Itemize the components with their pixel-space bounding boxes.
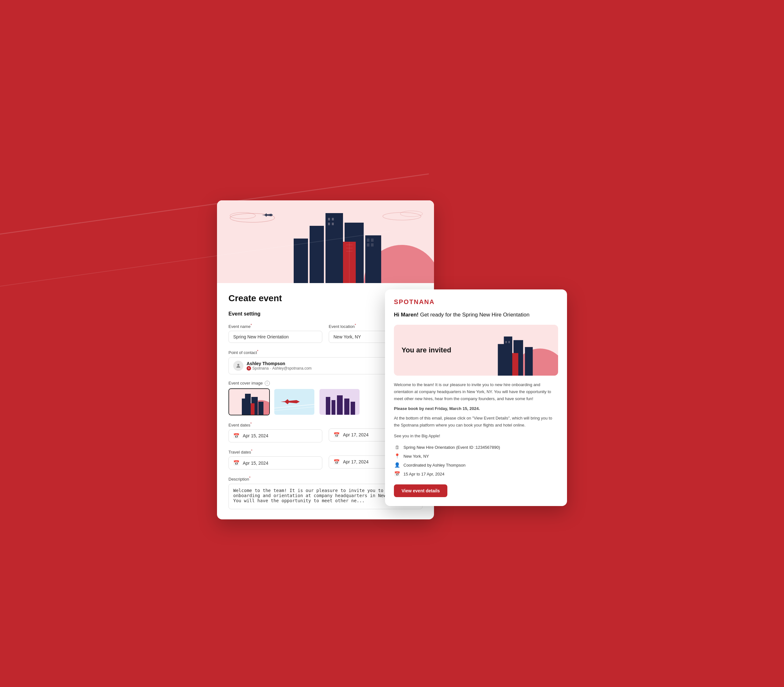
cover-image-city2[interactable] <box>319 388 360 415</box>
email-body-p2: Please book by next Friday, March 15, 20… <box>394 406 558 411</box>
detail-row-event: 🗓 Spring New Hire Orientation (Event ID … <box>394 445 558 450</box>
event-dates-group: Event dates* 📅 Apr 15, 2024 <box>229 422 322 442</box>
svg-rect-42 <box>504 337 512 376</box>
contact-avatar-icon <box>233 361 244 371</box>
event-dates-label: Event dates* <box>229 422 322 427</box>
email-body-p3: At the bottom of this email, please clic… <box>394 415 558 429</box>
detail-coordinator-text: Coordinated by Ashley Thompson <box>404 463 466 468</box>
svg-rect-43 <box>498 344 505 375</box>
travel-dates-label: Travel dates* <box>229 449 322 455</box>
svg-rect-38 <box>337 395 343 415</box>
page-container: Create event Event setting Event name* E… <box>217 201 567 486</box>
svg-rect-10 <box>294 238 308 283</box>
contact-left: Ashley Thompson S Spotnana · Ashley@spot… <box>233 361 311 371</box>
svg-rect-30 <box>259 402 264 415</box>
greeting-name: Hi Maren! <box>394 312 418 318</box>
view-event-details-button[interactable]: View event details <box>394 485 447 497</box>
svg-rect-7 <box>310 226 324 283</box>
coordinator-detail-icon: 👤 <box>394 462 400 468</box>
svg-rect-39 <box>344 399 349 415</box>
svg-point-24 <box>237 364 239 366</box>
svg-rect-21 <box>371 238 374 242</box>
travel-start-date-input[interactable]: 📅 Apr 15, 2024 <box>229 457 322 470</box>
detail-event-text: Spring New Hire Orientation (Event ID :1… <box>404 445 500 450</box>
event-name-group: Event name* <box>229 323 322 343</box>
svg-rect-48 <box>509 341 510 343</box>
spotnana-badge: S <box>247 366 251 371</box>
email-preview-card: SPOTNANA Hi Maren! Get ready for the Spr… <box>385 289 567 506</box>
svg-rect-31 <box>251 403 255 415</box>
greeting-text: Get ready for the Spring New Hire Orient… <box>418 312 529 318</box>
contact-info: Ashley Thompson S Spotnana · Ashley@spot… <box>247 361 311 371</box>
svg-rect-14 <box>328 223 330 225</box>
svg-rect-12 <box>328 218 330 220</box>
info-icon: i <box>265 381 270 386</box>
card-hero-image <box>217 201 434 283</box>
svg-rect-28 <box>242 399 247 415</box>
event-detail-icon: 🗓 <box>394 445 400 450</box>
event-name-label: Event name* <box>229 323 322 329</box>
svg-rect-40 <box>351 402 355 415</box>
dates-detail-icon: 📅 <box>394 471 400 477</box>
email-greeting: Hi Maren! Get ready for the Spring New H… <box>394 311 558 319</box>
event-name-input[interactable] <box>229 331 322 343</box>
svg-rect-9 <box>365 235 381 283</box>
svg-rect-45 <box>525 347 533 376</box>
travel-cal-end-icon: 📅 <box>333 459 340 465</box>
svg-rect-15 <box>332 223 334 225</box>
detail-row-coordinator: 👤 Coordinated by Ashley Thompson <box>394 462 558 468</box>
contact-subline: S Spotnana · Ashley@spotnana.com <box>247 366 311 371</box>
svg-rect-22 <box>367 243 369 247</box>
svg-rect-47 <box>505 341 507 343</box>
spotnana-logo: SPOTNANA <box>394 298 558 306</box>
cover-image-city1[interactable] <box>229 388 270 415</box>
svg-rect-46 <box>512 353 518 376</box>
travel-dates-group: Travel dates* 📅 Apr 15, 2024 <box>229 449 322 470</box>
detail-row-dates: 📅 15 Apr to 17 Apr, 2024 <box>394 471 558 477</box>
location-detail-icon: 📍 <box>394 453 400 459</box>
svg-rect-36 <box>326 397 330 415</box>
contact-name: Ashley Thompson <box>247 361 311 366</box>
event-start-date-input[interactable]: 📅 Apr 15, 2024 <box>229 429 322 442</box>
hero-invite-text: You are invited <box>402 346 451 354</box>
svg-rect-37 <box>331 400 335 415</box>
cover-image-airplane[interactable] <box>273 388 315 415</box>
calendar-icon-start: 📅 <box>233 433 240 439</box>
calendar-icon-end: 📅 <box>333 432 340 438</box>
email-details-section: 🗓 Spring New Hire Orientation (Event ID … <box>394 445 558 477</box>
detail-location-text: New York, NY <box>404 454 429 459</box>
detail-row-location: 📍 New York, NY <box>394 453 558 459</box>
svg-rect-23 <box>371 243 374 247</box>
email-body-p1: Welcome to the team! It is our pleasure … <box>394 381 558 402</box>
email-body-p4: See you in the Big Apple! <box>394 432 558 440</box>
svg-rect-13 <box>332 218 334 220</box>
svg-rect-20 <box>367 238 369 242</box>
detail-dates-text: 15 Apr to 17 Apr, 2024 <box>404 472 445 477</box>
email-hero-banner: You are invited <box>394 325 558 376</box>
travel-cal-start-icon: 📅 <box>233 460 240 466</box>
